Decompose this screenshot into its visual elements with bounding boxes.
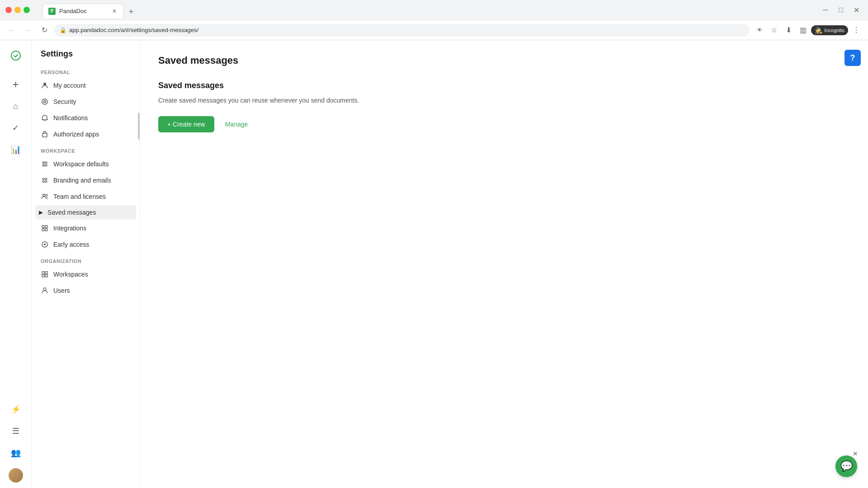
browser-tab[interactable]: P PandaDoc ✕	[42, 4, 124, 18]
main-content: Saved messages Saved messages Create sav…	[140, 40, 868, 488]
nav-item-workspaces[interactable]: Workspaces	[35, 267, 136, 282]
workspaces-icon	[41, 270, 49, 278]
url-text: app.pandadoc.com/a/#/settings/saved-mess…	[69, 27, 744, 33]
sidebar-icons: + ⌂ ✓ 📊 ⚡ ☰ 👥	[0, 40, 32, 488]
nav-item-authorized-apps-label: Authorized apps	[53, 131, 99, 138]
nav-item-saved-messages[interactable]: ▶ Saved messages	[35, 205, 136, 220]
new-tab-button[interactable]: +	[125, 5, 137, 18]
svg-point-28	[43, 288, 46, 291]
svg-point-1	[43, 83, 46, 85]
sidebar-icon-add[interactable]: +	[6, 75, 26, 94]
nav-item-my-account[interactable]: My account	[35, 78, 136, 93]
early-access-icon	[41, 240, 49, 249]
nav-item-security[interactable]: Security	[35, 94, 136, 109]
security-icon	[41, 98, 49, 106]
nav-item-workspaces-label: Workspaces	[53, 271, 88, 278]
sidebar-icon-feed[interactable]: ⚡	[6, 399, 26, 419]
sidebar-icon-logo[interactable]	[6, 46, 26, 66]
tab-title: PandaDoc	[59, 8, 107, 14]
nav-item-team-licenses[interactable]: Team and licenses	[35, 189, 136, 204]
incognito-badge: 🕵 Incognito	[811, 25, 848, 35]
address-bar[interactable]: 🔒 app.pandadoc.com/a/#/settings/saved-me…	[54, 24, 750, 37]
scroll-indicator	[138, 113, 140, 140]
section-description: Create saved messages you can reuse when…	[158, 96, 850, 105]
window-minimize-btn[interactable]: ─	[819, 4, 832, 16]
svg-point-11	[45, 181, 47, 183]
actions-row: + Create new Manage	[158, 116, 850, 132]
window-restore-btn[interactable]: □	[835, 4, 847, 16]
sidebar-icon-contacts[interactable]: 👥	[6, 443, 26, 463]
my-account-icon	[41, 81, 49, 89]
svg-rect-26	[42, 275, 44, 277]
nav-item-branding-emails-label: Branding and emails	[53, 177, 111, 184]
chrome-menu-icon[interactable]: ⋮	[850, 24, 863, 37]
svg-rect-5	[42, 162, 47, 163]
notifications-icon	[41, 114, 49, 122]
nav-item-early-access-label: Early access	[53, 241, 89, 248]
svg-point-16	[43, 194, 45, 197]
svg-point-2	[42, 99, 47, 104]
nav-item-my-account-label: My account	[53, 82, 86, 89]
nav-refresh-button[interactable]: ↻	[38, 24, 51, 37]
chat-button[interactable]: 💬	[835, 455, 857, 477]
organization-section-label: ORGANIZATION	[35, 253, 136, 267]
nav-item-team-licenses-label: Team and licenses	[53, 193, 106, 200]
window-close-button[interactable]	[5, 7, 12, 13]
nav-item-authorized-apps[interactable]: Authorized apps	[35, 127, 136, 142]
branding-emails-icon	[41, 176, 49, 184]
svg-rect-25	[45, 272, 47, 274]
create-new-label: + Create new	[167, 121, 205, 128]
section-title: Saved messages	[158, 81, 850, 90]
ssl-lock-icon: 🔒	[60, 27, 66, 33]
svg-point-0	[11, 51, 20, 60]
user-avatar[interactable]	[9, 468, 23, 483]
nav-item-integrations[interactable]: Integrations	[35, 221, 136, 236]
nav-item-branding-emails[interactable]: Branding and emails	[35, 173, 136, 188]
chat-close-button[interactable]: ✕	[852, 450, 859, 457]
nav-item-saved-messages-label: Saved messages	[47, 209, 96, 216]
bookmark-icon[interactable]: ☆	[768, 24, 780, 37]
saved-messages-section: Saved messages Create saved messages you…	[158, 81, 850, 132]
svg-rect-18	[42, 225, 44, 228]
svg-rect-20	[42, 229, 44, 231]
nav-item-early-access[interactable]: Early access	[35, 237, 136, 252]
svg-rect-4	[42, 133, 47, 137]
nav-item-users-label: Users	[53, 287, 70, 294]
window-minimize-button[interactable]	[14, 7, 21, 13]
nav-back-button[interactable]: ←	[5, 24, 18, 37]
download-icon[interactable]: ⬇	[782, 24, 795, 37]
tab-favicon: P	[48, 8, 56, 15]
svg-rect-21	[45, 229, 47, 231]
active-indicator: ▶	[39, 209, 43, 216]
sidebar-icon-charts[interactable]: 📊	[6, 140, 26, 160]
sidebar-icon-templates[interactable]: ☰	[6, 421, 26, 441]
users-icon	[41, 286, 49, 295]
svg-rect-19	[45, 225, 47, 228]
svg-point-3	[44, 101, 46, 103]
nav-item-notifications[interactable]: Notifications	[35, 110, 136, 126]
window-close-btn[interactable]: ✕	[850, 4, 863, 16]
nav-item-integrations-label: Integrations	[53, 225, 86, 232]
nav-item-workspace-defaults[interactable]: Workspace defaults	[35, 156, 136, 172]
svg-rect-24	[42, 272, 44, 274]
nav-item-users[interactable]: Users	[35, 283, 136, 298]
create-new-button[interactable]: + Create new	[158, 116, 214, 132]
window-maximize-button[interactable]	[24, 7, 30, 13]
authorized-apps-icon	[41, 130, 49, 138]
nav-forward-button[interactable]: →	[22, 24, 34, 37]
sidebar-icon-tasks[interactable]: ✓	[6, 118, 26, 138]
personal-section-label: PERSONAL	[35, 64, 136, 78]
nav-item-notifications-label: Notifications	[53, 114, 88, 122]
page-title: Saved messages	[158, 55, 850, 66]
sidebar-icon-home[interactable]: ⌂	[6, 96, 26, 116]
settings-nav: PERSONAL My account Security Notificatio…	[32, 64, 140, 488]
incognito-label: Incognito	[824, 28, 844, 33]
help-icon: ?	[850, 53, 855, 63]
integrations-icon	[41, 224, 49, 232]
help-button[interactable]: ?	[844, 50, 861, 66]
team-licenses-icon	[41, 192, 49, 201]
tab-close-button[interactable]: ✕	[111, 8, 118, 15]
svg-point-17	[46, 194, 47, 196]
manage-button[interactable]: Manage	[222, 116, 252, 132]
sidebar-toggle-icon[interactable]: ▥	[797, 24, 809, 37]
